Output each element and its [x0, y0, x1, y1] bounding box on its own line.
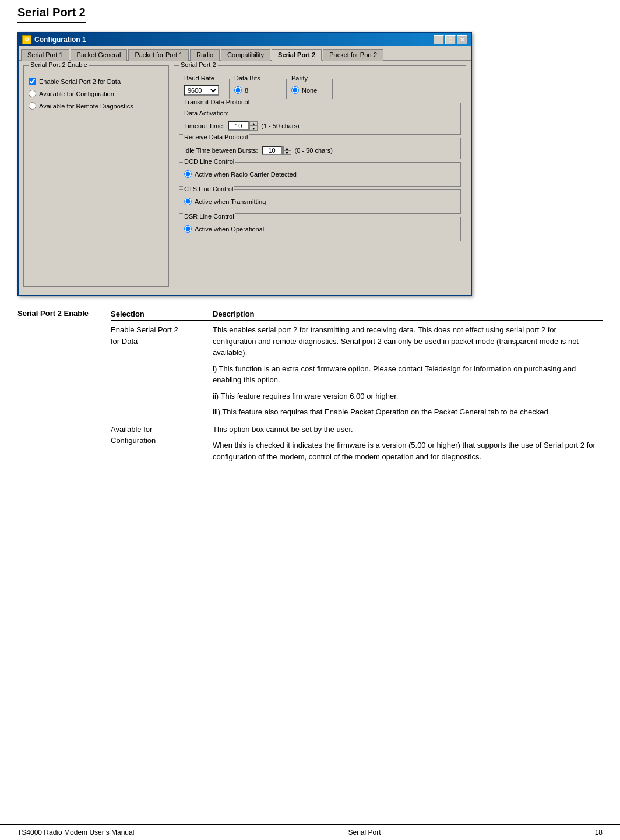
- baud-rate-select[interactable]: 9600 19200 38400: [184, 85, 219, 96]
- table-row: Available for Configuration This option …: [111, 421, 603, 466]
- available-config-label: Available for Configuration: [39, 90, 114, 97]
- idle-range: (0 - 50 chars): [295, 147, 333, 154]
- desc-para-1: This enables serial port 2 for transmitt…: [213, 324, 598, 359]
- cts-label: CTS Line Control: [183, 185, 234, 192]
- idle-input[interactable]: [262, 146, 283, 155]
- available-config-radio[interactable]: [29, 90, 36, 97]
- tab-compatibility[interactable]: Compatibility: [221, 49, 270, 61]
- dialog-tabs: Serial Port 1 Packet General Packet for …: [19, 46, 471, 60]
- maximize-button[interactable]: □: [445, 35, 456, 44]
- tab-packet-general[interactable]: Packet General: [71, 49, 128, 61]
- receive-protocol-label: Receive Data Protocol: [183, 133, 249, 140]
- minimize-button[interactable]: _: [434, 35, 444, 44]
- baud-row: Baud Rate 9600 19200 38400 Data Bits: [179, 79, 461, 99]
- timeout-row: Timeout Time: ▲ ▼ (1 - 50 chars): [184, 121, 456, 131]
- tab-packet-port-2[interactable]: Packet for Port 2: [323, 49, 383, 61]
- data-activation-label: Data Activation:: [184, 110, 456, 117]
- cts-radio[interactable]: [184, 198, 192, 205]
- dialog-icon: ⚙: [22, 35, 31, 44]
- idle-spin-up[interactable]: ▲: [283, 146, 291, 150]
- page-footer: TS4000 Radio Modem User’s Manual Serial …: [0, 824, 620, 840]
- cts-group: CTS Line Control Active when Transmittin…: [179, 189, 461, 214]
- desc-para-6: When this is checked it indicates the fi…: [213, 440, 598, 462]
- dialog-body: Serial Port 2 Enable Enable Serial Port …: [19, 60, 471, 295]
- serial-port-2-enable-label: Serial Port 2 Enable: [29, 61, 89, 68]
- left-panel: Serial Port 2 Enable Enable Serial Port …: [23, 65, 169, 290]
- transmit-protocol-group: Transmit Data Protocol Data Activation: …: [179, 103, 461, 135]
- available-config-row: Available for Configuration: [29, 90, 164, 97]
- dcd-value: Active when Radio Carrier Detected: [195, 171, 297, 178]
- available-diag-radio[interactable]: [29, 102, 36, 110]
- parity-none-radio[interactable]: [291, 86, 299, 94]
- baud-rate-group: Baud Rate 9600 19200 38400: [179, 79, 224, 99]
- idle-row: Idle Time between Bursts: ▲ ▼ (0 - 50 ch…: [184, 146, 456, 155]
- timeout-input[interactable]: [228, 121, 249, 131]
- dialog-titlebar: ⚙ Configuration 1 _ □ ✕: [19, 33, 471, 46]
- footer-right: 18: [595, 828, 603, 837]
- right-panel: Serial Port 2 Baud Rate 9600 19200 38400: [174, 65, 466, 290]
- dcd-radio-row: Active when Radio Carrier Detected: [184, 170, 456, 178]
- row2-description: This option box cannot be set by the use…: [213, 421, 603, 466]
- parity-radio-row: None: [291, 86, 327, 94]
- available-diag-row: Available for Remote Diagnostics: [29, 102, 164, 110]
- desc-para-5: This option box cannot be set by the use…: [213, 424, 598, 435]
- data-bits-label: Data Bits: [233, 75, 262, 82]
- footer-center: Serial Port: [348, 828, 381, 837]
- data-bits-value: 8: [245, 87, 248, 94]
- dsr-radio[interactable]: [184, 225, 192, 233]
- row2-selection: Available for Configuration: [111, 421, 213, 466]
- dialog-title: Configuration 1: [34, 36, 86, 44]
- idle-spin-down[interactable]: ▼: [283, 150, 291, 155]
- page-title: Serial Port 2: [17, 6, 86, 23]
- serial-port-2-group: Serial Port 2 Baud Rate 9600 19200 38400: [174, 65, 466, 249]
- dsr-label: DSR Line Control: [183, 213, 235, 220]
- parity-group: Parity None: [286, 79, 333, 99]
- table-area: Selection Description Enable Serial Port…: [111, 308, 603, 465]
- col-selection: Selection: [111, 308, 213, 321]
- idle-label: Idle Time between Bursts:: [184, 147, 258, 154]
- desc-para-4: iii) This feature also requires that Ena…: [213, 406, 598, 418]
- timeout-spin-btns: ▲ ▼: [249, 121, 258, 131]
- row1-selection: Enable Serial Port 2 for Data: [111, 321, 213, 421]
- col-description: Description: [213, 308, 603, 321]
- description-table: Selection Description Enable Serial Port…: [111, 308, 603, 465]
- timeout-spin-up[interactable]: ▲: [249, 121, 258, 126]
- receive-protocol-group: Receive Data Protocol Idle Time between …: [179, 138, 461, 159]
- dcd-group: DCD Line Control Active when Radio Carri…: [179, 162, 461, 187]
- data-bits-radio-row: 8: [234, 86, 276, 94]
- enable-serial-port-label: Enable Serial Port 2 for Data: [39, 78, 121, 85]
- content-section: Serial Port 2 Enable Selection Descripti…: [17, 308, 603, 465]
- parity-label: Parity: [290, 75, 309, 82]
- timeout-range: (1 - 50 chars): [261, 122, 299, 129]
- timeout-spin-down[interactable]: ▼: [249, 126, 258, 131]
- dsr-group: DSR Line Control Active when Operational: [179, 217, 461, 241]
- table-row: Enable Serial Port 2 for Data This enabl…: [111, 321, 603, 421]
- timeout-label: Timeout Time:: [184, 122, 224, 129]
- cts-value: Active when Transmitting: [195, 198, 266, 205]
- idle-spin-btns: ▲ ▼: [283, 146, 291, 155]
- footer-left: TS4000 Radio Modem User’s Manual: [17, 828, 134, 837]
- tab-serial-port-2[interactable]: Serial Port 2: [272, 49, 322, 61]
- close-button[interactable]: ✕: [457, 35, 467, 44]
- data-bits-8-radio[interactable]: [234, 86, 242, 94]
- dsr-radio-row: Active when Operational: [184, 225, 456, 233]
- desc-para-2: i) This function is an extra cost firmwa…: [213, 363, 598, 386]
- available-diag-label: Available for Remote Diagnostics: [39, 103, 133, 110]
- enable-serial-port-row: Enable Serial Port 2 for Data: [29, 78, 164, 85]
- desc-para-3: ii) This feature requires firmware versi…: [213, 391, 598, 402]
- tab-radio[interactable]: Radio: [190, 49, 220, 61]
- timeout-spinner: ▲ ▼: [228, 121, 258, 131]
- dcd-radio[interactable]: [184, 170, 192, 178]
- dialog-controls: _ □ ✕: [434, 35, 467, 44]
- parity-value: None: [302, 87, 317, 94]
- data-bits-group: Data Bits 8: [229, 79, 281, 99]
- baud-rate-label: Baud Rate: [183, 75, 216, 82]
- tab-serial-port-1[interactable]: Serial Port 1: [21, 49, 69, 61]
- transmit-protocol-label: Transmit Data Protocol: [183, 99, 251, 106]
- tab-packet-port-1[interactable]: Packet for Port 1: [128, 49, 189, 61]
- dialog-box: ⚙ Configuration 1 _ □ ✕ Serial Port 1 Pa…: [17, 32, 472, 296]
- serial-port-2-enable-group: Serial Port 2 Enable Enable Serial Port …: [23, 65, 169, 287]
- idle-spinner: ▲ ▼: [262, 146, 291, 155]
- dsr-value: Active when Operational: [195, 226, 264, 233]
- enable-serial-port-checkbox[interactable]: [29, 78, 36, 85]
